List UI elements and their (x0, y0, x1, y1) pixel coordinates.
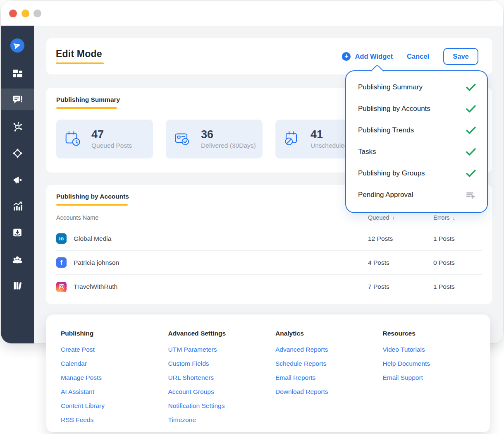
zoom-button[interactable] (33, 10, 41, 17)
check-icon (466, 148, 476, 156)
stats-row: 47 Queued Posts 36 Delivered (30Days) (56, 120, 372, 158)
stat-label: Delivered (30Days) (201, 142, 256, 149)
stat-text: 41 Unscheduled (311, 129, 348, 150)
footer-column-title: Analytics (275, 330, 383, 337)
sidebar-item-library[interactable] (1, 275, 34, 296)
section-underline (56, 107, 117, 109)
footer-link[interactable]: Create Post (61, 346, 168, 360)
stat-value: 41 (311, 129, 348, 141)
app-logo-icon (10, 38, 24, 53)
table-row: in Global Media 12 Posts 1 Posts (56, 227, 482, 251)
add-widget-label: Add Widget (355, 53, 393, 60)
queued-value: 12 Posts (368, 235, 433, 242)
widget-menu-item-publishing-summary[interactable]: Publishing Summary (346, 77, 487, 98)
footer-link[interactable]: UTM Parameters (168, 346, 276, 360)
sidebar-item-analytics[interactable] (1, 195, 34, 217)
column-header-errors[interactable]: Errors ↓ (433, 214, 482, 221)
sidebar-item-discover[interactable] (1, 142, 34, 164)
footer-link[interactable]: RSS Feeds (61, 416, 168, 430)
stat-text: 36 Delivered (30Days) (201, 129, 256, 150)
errors-value: 1 Posts (433, 235, 482, 242)
widget-menu-item-label: Publishing Summary (358, 83, 423, 91)
megaphone-icon (12, 174, 23, 185)
footer-link[interactable]: Help Documents (383, 360, 490, 374)
add-widget-button[interactable]: + Add Widget (342, 52, 393, 61)
footer-link[interactable]: Advanced Reports (275, 346, 383, 360)
stat-label: Queued Posts (91, 142, 132, 149)
footer-column-title: Resources (383, 330, 490, 337)
stat-card-queued: 47 Queued Posts (56, 120, 153, 158)
sidebar-item-inbox[interactable] (1, 222, 34, 243)
column-label: Queued (368, 214, 389, 221)
sidebar-item-posts[interactable] (1, 89, 34, 110)
check-icon (466, 105, 476, 113)
sidebar-item-home[interactable] (1, 35, 34, 56)
add-widget-dropdown: Publishing Summary Publishing by Account… (345, 70, 488, 213)
widget-menu-item-publishing-trends[interactable]: Publishing Trends (346, 120, 487, 141)
sidebar-item-connections[interactable] (1, 116, 34, 137)
posts-icon (12, 94, 23, 105)
footer-link[interactable]: Content Library (61, 402, 168, 416)
add-to-dashboard-icon (466, 190, 476, 200)
check-icon (466, 84, 476, 91)
audience-icon (12, 253, 23, 265)
footer-link[interactable]: Schedule Reports (275, 360, 383, 374)
account-name: TravelWithRuth (74, 283, 117, 290)
footer-column-publishing: Publishing Create Post Calendar Manage P… (61, 330, 168, 432)
footer-link[interactable]: Email Support (383, 374, 490, 388)
footer-link[interactable]: Email Reports (275, 374, 383, 388)
sidebar-item-announcements[interactable] (1, 169, 34, 190)
footer-link[interactable]: Timezone (168, 416, 276, 430)
footer-links-card: Publishing Create Post Calendar Manage P… (46, 314, 490, 432)
column-header-accounts-name: Accounts Name (56, 214, 368, 221)
widget-menu-item-pending-approval[interactable]: Pending Approval (346, 184, 487, 206)
widget-menu-item-tasks[interactable]: Tasks (346, 141, 487, 163)
footer-column-title: Publishing (61, 330, 168, 337)
check-icon (466, 127, 476, 134)
stat-value: 47 (91, 129, 132, 141)
instagram-icon (56, 282, 67, 292)
plus-icon: + (342, 52, 351, 61)
column-label: Errors (433, 214, 449, 221)
footer-link[interactable]: Download Reports (275, 388, 383, 402)
footer-link[interactable]: AI Assistant (61, 388, 168, 402)
stat-text: 47 Queued Posts (91, 129, 132, 150)
widget-menu-item-publishing-by-groups[interactable]: Publishing by Groups (346, 163, 487, 184)
sidebar (1, 26, 34, 343)
footer-column-advanced-settings: Advanced Settings UTM Parameters Custom … (168, 330, 276, 432)
widget-menu-item-label: Publishing by Groups (358, 169, 425, 177)
save-button[interactable]: Save (443, 48, 478, 65)
footer-column-analytics: Analytics Advanced Reports Schedule Repo… (275, 330, 383, 432)
footer-column-resources: Resources Video Tutorials Help Documents… (383, 330, 490, 432)
account-cell: f Patricia johnson (56, 257, 368, 268)
widget-menu-item-label: Publishing Trends (358, 126, 414, 134)
footer-link[interactable]: Video Tutorials (383, 346, 490, 360)
facebook-icon: f (56, 257, 67, 268)
close-button[interactable] (9, 10, 17, 17)
stat-label: Unscheduled (311, 142, 348, 149)
calendar-blocked-icon (282, 129, 301, 149)
post-check-icon (173, 129, 192, 149)
cancel-button[interactable]: Cancel (407, 53, 429, 60)
footer-link[interactable]: Account Groups (168, 388, 276, 402)
accounts-table-body: in Global Media 12 Posts 1 Posts f Patri… (56, 227, 482, 299)
section-underline (56, 204, 128, 206)
footer-link[interactable]: Manage Posts (61, 374, 168, 388)
sidebar-item-audience[interactable] (1, 248, 34, 270)
footer-link[interactable]: URL Shorteners (168, 374, 276, 388)
queued-value: 4 Posts (368, 259, 433, 266)
account-name: Patricia johnson (74, 259, 119, 266)
connections-icon (12, 121, 23, 132)
footer-column-title: Advanced Settings (168, 330, 276, 337)
widget-menu-item-publishing-by-accounts[interactable]: Publishing by Accounts (346, 98, 487, 120)
sidebar-item-dashboard[interactable] (1, 62, 34, 84)
footer-link[interactable]: Custom Fields (168, 360, 276, 374)
footer-link[interactable]: Calendar (61, 360, 168, 374)
dashboard-icon (12, 68, 23, 79)
minimize-button[interactable] (21, 10, 29, 17)
widget-menu-item-label: Pending Approval (358, 191, 413, 199)
footer-link[interactable]: Notification Settings (168, 402, 276, 416)
column-header-queued[interactable]: Queued ↑ (368, 214, 433, 221)
sort-asc-icon: ↑ (392, 215, 395, 221)
inbox-download-icon (12, 227, 23, 238)
